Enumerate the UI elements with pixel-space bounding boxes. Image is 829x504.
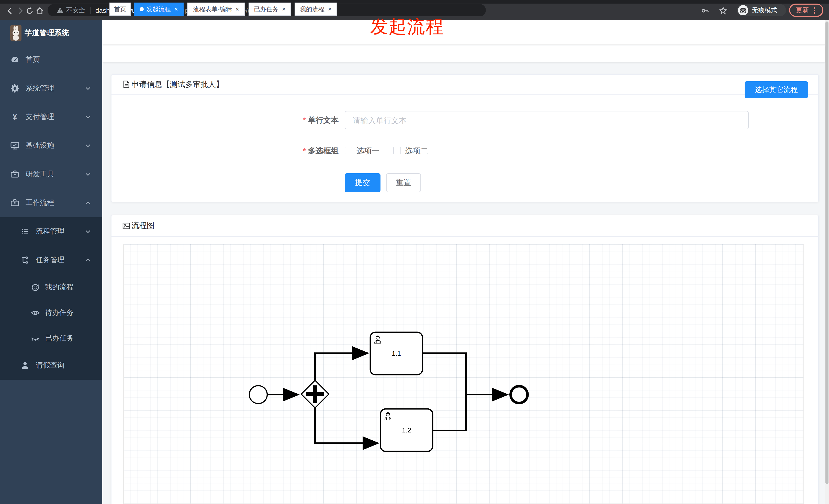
close-icon[interactable]: × <box>174 6 178 12</box>
chevron-down-icon <box>85 114 91 120</box>
app-title: 芋道管理系统 <box>25 28 69 38</box>
close-icon[interactable]: × <box>236 6 239 12</box>
task-label: 1.2 <box>402 426 411 434</box>
active-tab-dot <box>140 7 144 11</box>
sidebar-item-done-tasks[interactable]: 已办任务 <box>0 325 102 351</box>
browser-back-icon[interactable] <box>6 7 14 15</box>
bookmark-star-icon[interactable] <box>719 7 727 15</box>
edge-gateway-to-task-1-1 <box>315 353 368 380</box>
user-task-1-2[interactable]: 1.2 <box>381 409 433 451</box>
tab-process-form-edit[interactable]: 流程表单-编辑 × <box>187 3 245 16</box>
start-event[interactable] <box>249 386 267 403</box>
browser-menu-icon[interactable] <box>814 7 815 13</box>
security-label: 不安全 <box>66 6 85 14</box>
sidebar-item-infrastructure[interactable]: 基础设施 <box>0 131 102 160</box>
checkbox-option-2[interactable] <box>393 147 401 154</box>
checkbox-option-1-label[interactable]: 选项一 <box>356 146 380 156</box>
logo-rabbit-image <box>10 25 22 41</box>
eye-closed-icon <box>31 334 40 343</box>
dashboard-icon <box>10 55 20 65</box>
user-task-1-1[interactable]: 1.1 <box>370 332 423 375</box>
edge-gateway-to-task-1-2 <box>315 408 378 443</box>
sidebar-item-task-management[interactable]: 任务管理 <box>0 246 102 274</box>
required-mark: * <box>303 146 306 155</box>
sidebar-item-process-management[interactable]: 流程管理 <box>0 217 102 246</box>
not-secure-warning-icon <box>57 7 63 13</box>
close-icon[interactable]: × <box>328 6 332 12</box>
sidebar-item-todo-tasks[interactable]: 待办任务 <box>0 300 102 325</box>
page: 不安全 dashboard.yudao.iocoder.cn/bpm/proce… <box>0 0 829 504</box>
sidebar-item-payment[interactable]: ¥ 支付管理 <box>0 103 102 131</box>
browser-home-icon[interactable] <box>36 7 44 15</box>
chevron-down-icon <box>85 229 91 235</box>
text-field-label: *单行文本 <box>236 116 338 125</box>
chevron-down-icon <box>85 171 91 178</box>
tab-done-tasks[interactable]: 已办任务 × <box>249 3 291 16</box>
tab-home[interactable]: 首页 <box>109 3 131 16</box>
document-icon <box>122 80 131 88</box>
sidebar-item-system[interactable]: 系统管理 <box>0 74 102 103</box>
incognito-label: 无痕模式 <box>752 6 777 14</box>
browser-forward-icon[interactable] <box>16 7 24 15</box>
face-icon <box>31 283 40 292</box>
yen-icon: ¥ <box>10 112 20 122</box>
bpmn-canvas[interactable]: 1.1 1.2 <box>123 244 804 504</box>
sidebar-item-home[interactable]: 首页 <box>0 45 102 74</box>
tab-my-process[interactable]: 我的流程 × <box>295 3 337 16</box>
process-diagram-card-header: 流程图 <box>111 215 818 237</box>
browser-update-button[interactable]: 更新 <box>789 4 823 17</box>
sidebar-logo[interactable]: 芋道管理系统 <box>0 20 102 45</box>
apply-info-card-header: 申请信息【测试多审批人】 <box>111 75 818 94</box>
url-divider <box>90 7 91 14</box>
close-icon[interactable]: × <box>282 6 286 12</box>
annotation-title: 发起流程 <box>370 17 444 35</box>
tab-start-process[interactable]: 发起流程 × <box>134 3 184 16</box>
apply-info-title: 申请信息【测试多审批人】 <box>132 79 223 89</box>
checkbox-option-2-label[interactable]: 选项二 <box>405 146 428 156</box>
monitor-icon <box>10 141 20 150</box>
incognito-icon <box>738 5 748 15</box>
sidebar-item-devtools[interactable]: 研发工具 <box>0 160 102 189</box>
sidebar-item-leave-query[interactable]: 请假查询 <box>0 351 102 380</box>
chevron-up-icon <box>85 200 91 206</box>
sidebar-item-workflow[interactable]: 工作流程 <box>0 189 102 217</box>
choose-other-process-button[interactable]: 选择其它流程 <box>745 81 808 98</box>
browser-reload-icon[interactable] <box>26 7 34 15</box>
app-navbar <box>102 20 825 45</box>
workflow-submenu: 流程管理 任务管理 我的流程 待办任务 <box>0 217 102 380</box>
process-diagram-title: 流程图 <box>132 221 154 231</box>
image-icon <box>122 222 131 230</box>
tags-view-bar <box>102 45 825 62</box>
end-event[interactable] <box>511 386 528 403</box>
toolbox-icon <box>10 170 20 179</box>
checkbox-option-1[interactable] <box>345 147 352 154</box>
list-tree-icon <box>21 227 30 236</box>
checkbox-group-label: *多选框组 <box>236 146 338 156</box>
chevron-down-icon <box>85 143 91 149</box>
sidebar: 芋道管理系统 首页 系统管理 ¥ 支付管理 基础设施 研 <box>0 20 102 504</box>
required-mark: * <box>303 116 306 124</box>
single-line-text-input[interactable] <box>345 111 749 129</box>
reset-button[interactable]: 重置 <box>386 173 421 192</box>
parallel-gateway[interactable] <box>301 380 329 408</box>
task-label: 1.1 <box>392 350 401 357</box>
briefcase-icon <box>10 198 20 207</box>
page-scrollbar-thumb[interactable] <box>825 22 828 484</box>
submit-button[interactable]: 提交 <box>345 173 381 192</box>
apply-info-card: 申请信息【测试多审批人】 <box>111 74 819 202</box>
password-key-icon[interactable] <box>701 7 709 15</box>
user-icon <box>21 361 30 370</box>
gear-icon <box>10 84 20 93</box>
incognito-badge: 无痕模式 <box>737 4 786 16</box>
org-tree-icon <box>21 256 30 265</box>
chevron-down-icon <box>85 85 91 91</box>
sidebar-item-my-process[interactable]: 我的流程 <box>0 274 102 300</box>
eye-icon <box>31 308 40 317</box>
chevron-up-icon <box>85 257 91 263</box>
